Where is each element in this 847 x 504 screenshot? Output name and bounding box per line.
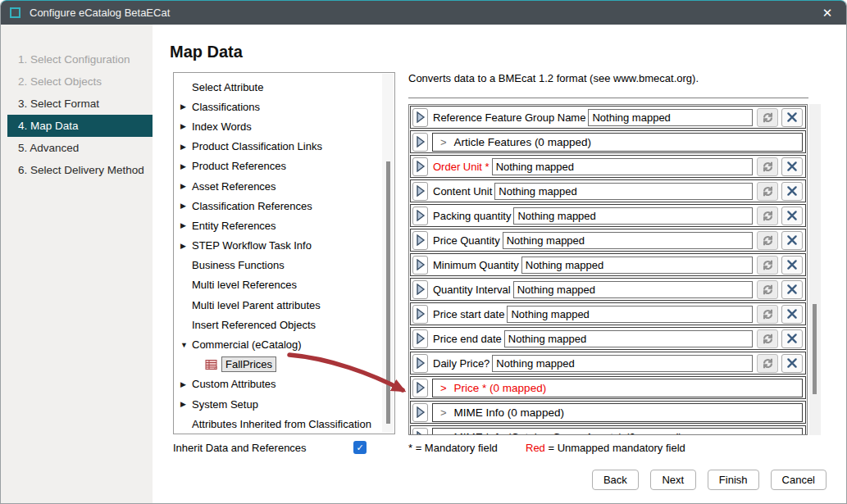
chevron-right-icon[interactable]: ▶	[180, 122, 192, 130]
tree-item-label[interactable]: Product References	[192, 160, 286, 172]
tree-item-label[interactable]: Attributes Inherited from Classification	[192, 418, 371, 430]
mapping-group-box[interactable]: >Price * (0 mapped)	[432, 379, 803, 397]
chevron-right-icon[interactable]: ▶	[180, 380, 192, 388]
clear-mapping-button[interactable]	[781, 182, 803, 201]
expand-row-button[interactable]	[412, 403, 428, 422]
expand-row-button[interactable]	[412, 256, 428, 275]
auto-map-button[interactable]	[757, 256, 778, 275]
mapping-group-box[interactable]: >Article Features (0 mapped)	[432, 133, 803, 152]
expand-row-button[interactable]	[412, 108, 428, 127]
chevron-right-icon[interactable]: ▶	[180, 221, 192, 229]
tree-item[interactable]: Select Attribute	[174, 77, 394, 97]
tree-item-label[interactable]: Custom Attributes	[192, 378, 276, 390]
next-button[interactable]: Next	[650, 470, 696, 490]
tree-item[interactable]: FallPrices	[174, 355, 394, 375]
clear-mapping-button[interactable]	[781, 329, 803, 348]
mapping-value-input[interactable]	[494, 183, 753, 200]
clear-mapping-button[interactable]	[781, 207, 803, 225]
tree-item[interactable]: Multi level References	[174, 275, 394, 295]
tree-item[interactable]: ▶System Setup	[174, 394, 394, 414]
wizard-step[interactable]: 6. Select Delivery Method	[1, 159, 153, 181]
chevron-right-icon[interactable]: >	[440, 136, 447, 148]
chevron-right-icon[interactable]: ▶	[180, 182, 192, 190]
tree-item-label[interactable]: Business Functions	[192, 259, 285, 271]
mapping-value-input[interactable]	[504, 330, 753, 347]
mapping-group-box[interactable]: >MIME Info (0 mapped)	[432, 403, 803, 422]
finish-button[interactable]: Finish	[708, 470, 759, 490]
tree-item[interactable]: ▶Classifications	[174, 97, 394, 116]
tree-item[interactable]: ▶Custom Attributes	[174, 375, 394, 394]
mapping-value-input[interactable]	[492, 355, 753, 372]
tree-item[interactable]: ▼Commercial (eCatalog)	[174, 334, 394, 354]
tree-item-label[interactable]: Classification References	[192, 200, 312, 212]
tree-item-label[interactable]: Entity References	[192, 220, 276, 232]
inherit-data-checkbox[interactable]: ✓	[353, 441, 367, 454]
expand-row-button[interactable]	[412, 133, 428, 152]
mapping-scrollbar-thumb[interactable]	[813, 304, 817, 394]
mapping-value-input[interactable]	[513, 207, 753, 225]
tree-item-label[interactable]: Product Classification Links	[192, 140, 322, 152]
auto-map-button[interactable]	[757, 329, 778, 348]
auto-map-button[interactable]	[757, 108, 778, 127]
wizard-step[interactable]: 3. Select Format	[1, 93, 153, 115]
tree-item-label[interactable]: STEP Workflow Task Info	[192, 239, 312, 252]
chevron-right-icon[interactable]: ▶	[180, 242, 192, 250]
tree-item-label[interactable]: FallPrices	[221, 356, 276, 372]
tree-item-label[interactable]: Commercial (eCatalog)	[192, 338, 302, 351]
chevron-right-icon[interactable]: ▶	[180, 102, 192, 111]
mapping-group-box[interactable]: >MIME Info (Catalog Group Assets) (0 map…	[432, 428, 803, 436]
clear-mapping-button[interactable]	[781, 305, 803, 324]
tree-item-label[interactable]: Multi level Parent attributes	[192, 299, 321, 311]
tree-item-label[interactable]: Multi level References	[192, 279, 297, 291]
chevron-right-icon[interactable]: >	[440, 382, 447, 394]
tree-item-label[interactable]: Classifications	[192, 101, 260, 113]
mapping-value-input[interactable]	[492, 158, 753, 175]
chevron-right-icon[interactable]: ▶	[180, 400, 192, 408]
auto-map-button[interactable]	[757, 182, 778, 201]
chevron-right-icon[interactable]: ▶	[180, 202, 192, 210]
mapping-value-input[interactable]	[507, 306, 753, 323]
mapping-scrollbar[interactable]	[809, 104, 821, 435]
chevron-right-icon[interactable]: >	[440, 406, 447, 419]
auto-map-button[interactable]	[757, 354, 778, 373]
chevron-right-icon[interactable]: ▶	[180, 143, 192, 151]
expand-row-button[interactable]	[412, 231, 428, 250]
clear-mapping-button[interactable]	[781, 354, 803, 373]
wizard-step[interactable]: 5. Advanced	[1, 137, 153, 159]
tree-item[interactable]: Business Functions	[174, 256, 394, 275]
tree-item[interactable]: ▶Entity References	[174, 216, 394, 235]
tree-item[interactable]: Attributes Inherited from Classification	[174, 414, 394, 434]
tree-item[interactable]: ▶Asset References	[174, 176, 394, 196]
tree-item-label[interactable]: Insert Referenced Objects	[192, 319, 316, 331]
tree-item-label[interactable]: Index Words	[192, 120, 252, 133]
expand-row-button[interactable]	[412, 280, 428, 299]
auto-map-button[interactable]	[757, 231, 778, 250]
auto-map-button[interactable]	[757, 280, 778, 299]
clear-mapping-button[interactable]	[781, 157, 803, 176]
mapping-value-input[interactable]	[503, 232, 753, 249]
tree-item-label[interactable]: System Setup	[192, 398, 258, 411]
expand-row-button[interactable]	[412, 182, 428, 201]
tree-item[interactable]: Insert Referenced Objects	[174, 315, 394, 334]
chevron-right-icon[interactable]: ▶	[180, 162, 192, 170]
mapping-value-input[interactable]	[513, 281, 753, 298]
expand-row-button[interactable]	[412, 157, 428, 176]
tree-item[interactable]: ▶Product Classification Links	[174, 137, 394, 157]
close-icon[interactable]: ✕	[808, 1, 846, 25]
chevron-right-icon[interactable]: >	[440, 431, 447, 436]
tree-item[interactable]: ▶Product References	[174, 157, 394, 176]
chevron-down-icon[interactable]: ▼	[180, 341, 192, 349]
auto-map-button[interactable]	[757, 207, 778, 225]
tree-scrollbar-thumb[interactable]	[386, 161, 390, 424]
expand-row-button[interactable]	[412, 329, 428, 348]
clear-mapping-button[interactable]	[781, 108, 803, 127]
tree-item-label[interactable]: Select Attribute	[192, 81, 263, 93]
clear-mapping-button[interactable]	[781, 231, 803, 250]
clear-mapping-button[interactable]	[781, 280, 803, 299]
auto-map-button[interactable]	[757, 157, 778, 176]
mapping-value-input[interactable]	[521, 257, 753, 274]
expand-row-button[interactable]	[412, 207, 428, 225]
wizard-step[interactable]: 4. Map Data	[7, 115, 153, 137]
tree-item-label[interactable]: Asset References	[192, 180, 276, 193]
expand-row-button[interactable]	[412, 379, 428, 397]
